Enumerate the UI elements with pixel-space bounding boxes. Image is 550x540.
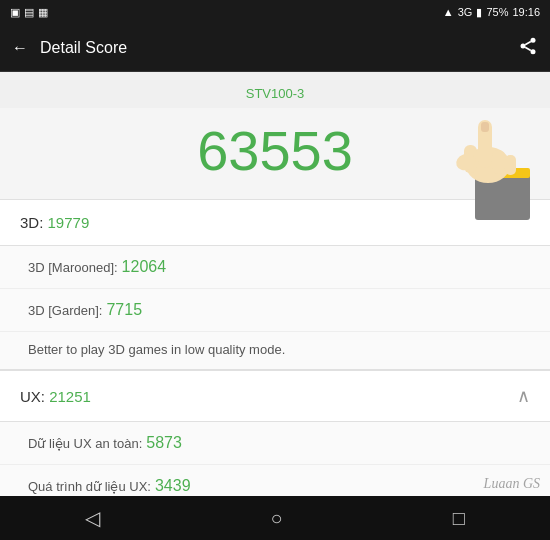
3d-garden-item: 3D [Garden]: 7715: [0, 289, 550, 332]
battery-percent: 75%: [486, 6, 508, 18]
app-bar: ← Detail Score: [0, 24, 550, 72]
svg-line-4: [525, 41, 531, 44]
svg-point-0: [531, 37, 536, 42]
main-score: 63553: [197, 119, 353, 182]
svg-point-1: [521, 43, 526, 48]
ux-sub-section: Dữ liệu UX an toàn: 5873 Quá trình dữ li…: [0, 422, 550, 496]
status-bar-left-icons: ▣ ▤ ▦: [10, 6, 48, 19]
3d-section-title: 3D: 19779: [20, 214, 89, 231]
ux-process-label: Quá trình dữ liệu UX:: [28, 479, 151, 494]
watermark: Luaan GS: [484, 476, 540, 492]
3d-sub-section: 3D [Marooned]: 12064 3D [Garden]: 7715 B…: [0, 246, 550, 370]
share-button[interactable]: [518, 36, 538, 60]
status-bar: ▣ ▤ ▦ ▲ 3G ▮ 75% 19:16: [0, 0, 550, 24]
nav-bar: ◁ ○ □: [0, 496, 550, 540]
nav-recent-button[interactable]: □: [433, 499, 485, 538]
svg-point-2: [531, 49, 536, 54]
ux-section-header[interactable]: UX: 21251 ∧: [0, 370, 550, 422]
ux-collapse-arrow[interactable]: ∧: [517, 385, 530, 407]
nav-home-button[interactable]: ○: [250, 499, 302, 538]
status-bar-right: ▲ 3G ▮ 75% 19:16: [443, 6, 540, 19]
score-section: 63553: [0, 108, 550, 199]
ux-process-data-item: Quá trình dữ liệu UX: 3439: [0, 465, 550, 496]
3d-marooned-label: 3D [Marooned]:: [28, 260, 118, 275]
3d-marooned-item: 3D [Marooned]: 12064: [0, 246, 550, 289]
notification-icon-1: ▣: [10, 6, 20, 19]
ux-label: UX:: [20, 388, 49, 405]
back-button[interactable]: ←: [12, 39, 28, 57]
ux-process-score: 3439: [155, 477, 191, 495]
3d-garden-label: 3D [Garden]:: [28, 303, 102, 318]
notification-icon-3: ▦: [38, 6, 48, 19]
device-name: STV100-3: [246, 86, 305, 101]
ux-score: 21251: [49, 388, 91, 405]
share-icon: [518, 36, 538, 56]
3d-note: Better to play 3D games in low quality m…: [0, 332, 550, 369]
3d-garden-score: 7715: [106, 301, 142, 319]
svg-line-3: [525, 47, 531, 50]
app-bar-title: Detail Score: [40, 39, 127, 57]
signal-icon: ▲: [443, 6, 454, 18]
ux-safe-score: 5873: [146, 434, 182, 452]
3d-marooned-score: 12064: [122, 258, 167, 276]
3d-label: 3D:: [20, 214, 48, 231]
3d-score: 19779: [48, 214, 90, 231]
battery-icon: ▮: [476, 6, 482, 19]
network-type: 3G: [458, 6, 473, 18]
ux-safe-data-item: Dữ liệu UX an toàn: 5873: [0, 422, 550, 465]
app-bar-left: ← Detail Score: [12, 39, 127, 57]
time-display: 19:16: [512, 6, 540, 18]
notification-icon-2: ▤: [24, 6, 34, 19]
ux-section-title: UX: 21251: [20, 388, 91, 405]
3d-section-header[interactable]: 3D: 19779: [0, 199, 550, 246]
nav-back-button[interactable]: ◁: [65, 498, 120, 538]
device-name-section: STV100-3: [0, 72, 550, 108]
main-content: STV100-3 63553 3D: 19779 3D [Marooned]: …: [0, 72, 550, 496]
ux-safe-label: Dữ liệu UX an toàn:: [28, 436, 142, 451]
